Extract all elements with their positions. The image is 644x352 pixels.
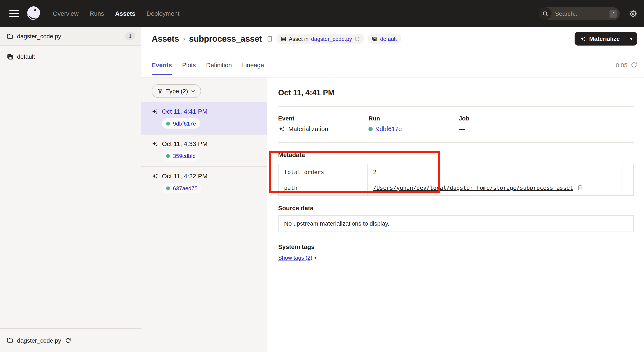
top-nav-links: Overview Runs Assets Deployment bbox=[53, 10, 179, 17]
main-content: Assets › subprocess_asset Asset in dagst… bbox=[142, 27, 644, 352]
job-label: Job bbox=[459, 115, 634, 122]
run-status-dot bbox=[368, 127, 373, 131]
metadata-actions-cell bbox=[621, 164, 634, 180]
event-date: Oct 11, 4:22 PM bbox=[162, 172, 208, 180]
system-tags-heading: System tags bbox=[278, 244, 634, 250]
nav-overview[interactable]: Overview bbox=[53, 10, 78, 17]
event-row[interactable]: Oct 11, 4:41 PM 9dbf617e bbox=[142, 102, 267, 134]
job-empty-value: — bbox=[459, 126, 465, 132]
code-location-chip[interactable]: Asset in dagster_code.py bbox=[276, 34, 364, 44]
nav-deployment[interactable]: Deployment bbox=[146, 10, 180, 17]
tab-events[interactable]: Events bbox=[152, 53, 172, 77]
run-label: Run bbox=[368, 115, 459, 122]
show-tags-toggle[interactable]: Show tags (2) ▾ bbox=[278, 255, 316, 261]
type-filter-button[interactable]: Type (2) bbox=[152, 84, 201, 98]
tab-lineage[interactable]: Lineage bbox=[242, 53, 264, 77]
sidebar-item-code-location[interactable]: dagster_code.py 1 bbox=[0, 27, 141, 45]
table-icon bbox=[281, 36, 286, 41]
metadata-actions-cell bbox=[621, 180, 634, 196]
asset-group-icon bbox=[372, 36, 378, 41]
sidebar: dagster_code.py 1 default dagster_code.p… bbox=[0, 27, 142, 352]
search-input[interactable]: Search... / bbox=[539, 7, 620, 20]
filter-bar: Type (2) bbox=[142, 77, 267, 102]
tab-bar: Events Plots Definition Lineage 0:05 bbox=[142, 50, 644, 77]
search-icon bbox=[539, 7, 552, 20]
copy-path-icon[interactable] bbox=[577, 185, 583, 190]
app: Overview Runs Assets Deployment Search..… bbox=[0, 0, 644, 352]
event-summary-grid: Event Materialization Run 9dbf617e bbox=[278, 115, 634, 132]
metadata-key: path bbox=[278, 180, 367, 196]
event-date: Oct 11, 4:41 PM bbox=[162, 108, 208, 115]
event-type-value: Materialization bbox=[288, 126, 328, 132]
settings-gear-icon[interactable] bbox=[629, 9, 637, 18]
code-location-link[interactable]: dagster_code.py bbox=[311, 35, 352, 42]
dagster-logo[interactable] bbox=[25, 5, 42, 22]
run-status-dot bbox=[166, 121, 170, 125]
funnel-icon bbox=[157, 88, 163, 94]
folder-icon bbox=[7, 33, 13, 39]
run-column: Run 9dbf617e bbox=[368, 115, 459, 132]
tab-definition[interactable]: Definition bbox=[206, 53, 232, 77]
event-date: Oct 11, 4:33 PM bbox=[162, 140, 208, 147]
materialize-label: Materialize bbox=[589, 35, 620, 42]
materialize-dropdown-caret[interactable]: ▾ bbox=[625, 36, 637, 41]
reload-definitions-icon[interactable] bbox=[354, 36, 360, 41]
asset-header: Assets › subprocess_asset Asset in dagst… bbox=[142, 27, 644, 50]
event-column: Event Materialization bbox=[278, 115, 368, 132]
copy-asset-name-icon[interactable] bbox=[266, 35, 273, 42]
job-column: Job — bbox=[459, 115, 634, 132]
breadcrumb-separator: › bbox=[182, 35, 186, 42]
source-data-empty-message: No upstream materializations to display. bbox=[278, 215, 634, 232]
nav-runs[interactable]: Runs bbox=[90, 10, 104, 17]
refresh-countdown: 0:05 bbox=[616, 61, 628, 68]
run-chip[interactable]: 9dbf617e bbox=[162, 118, 200, 129]
metadata-heading: Metadata bbox=[278, 152, 634, 158]
run-status-dot bbox=[166, 186, 170, 190]
sidebar-footer-code-location[interactable]: dagster_code.py bbox=[0, 328, 141, 352]
chevron-down-icon bbox=[191, 89, 196, 93]
materialize-button[interactable]: Materialize ▾ bbox=[575, 32, 637, 45]
chip-prefix: Asset in bbox=[289, 35, 308, 42]
group-link[interactable]: default bbox=[380, 35, 397, 42]
source-data-heading: Source data bbox=[278, 205, 634, 212]
breadcrumb-assets[interactable]: Assets bbox=[152, 34, 179, 44]
breadcrumb: Assets › subprocess_asset Asset in dagst… bbox=[152, 34, 401, 44]
code-location-label: dagster_code.py bbox=[17, 33, 61, 39]
run-id-link[interactable]: 9dbf617e bbox=[376, 126, 402, 132]
asset-group-icon bbox=[7, 53, 13, 60]
caret-down-icon: ▾ bbox=[314, 256, 316, 260]
event-detail-panel: Oct 11, 4:41 PM Event Materialization Ru… bbox=[267, 77, 644, 352]
menu-icon[interactable] bbox=[9, 10, 19, 17]
search-shortcut-key: / bbox=[610, 9, 617, 18]
footer-code-location-label: dagster_code.py bbox=[17, 337, 61, 344]
sparkle-icon bbox=[580, 35, 586, 42]
run-chip[interactable]: 637aed75 bbox=[162, 183, 202, 193]
refresh-icon[interactable] bbox=[631, 62, 637, 68]
materialization-icon bbox=[152, 173, 158, 179]
folder-icon bbox=[7, 337, 13, 344]
table-row: total_orders 2 bbox=[278, 164, 634, 180]
search-placeholder: Search... bbox=[555, 10, 610, 17]
type-filter-label: Type (2) bbox=[166, 88, 188, 94]
tab-plots[interactable]: Plots bbox=[182, 53, 196, 77]
materialization-icon bbox=[278, 126, 285, 132]
top-nav: Overview Runs Assets Deployment Search..… bbox=[0, 0, 644, 27]
divider bbox=[278, 142, 634, 143]
run-chip[interactable]: 359cdbfc bbox=[162, 151, 200, 161]
page-title: subprocess_asset bbox=[189, 34, 262, 44]
materialization-icon bbox=[152, 108, 158, 115]
event-row[interactable]: Oct 11, 4:33 PM 359cdbfc bbox=[142, 134, 267, 167]
run-id-link[interactable]: 637aed75 bbox=[173, 185, 198, 191]
reload-location-icon[interactable] bbox=[65, 337, 71, 343]
table-row: path /Users/yuhan/dev/local/dagster_home… bbox=[278, 180, 634, 196]
run-id-link[interactable]: 359cdbfc bbox=[173, 153, 196, 159]
group-label: default bbox=[17, 53, 35, 60]
sidebar-item-group-default[interactable]: default bbox=[0, 48, 141, 65]
divider bbox=[278, 106, 634, 107]
path-link[interactable]: /Users/yuhan/dev/local/dagster_home/stor… bbox=[373, 185, 573, 191]
event-row[interactable]: Oct 11, 4:22 PM 637aed75 bbox=[142, 167, 267, 199]
run-id-link[interactable]: 9dbf617e bbox=[173, 120, 196, 127]
group-chip[interactable]: default bbox=[368, 34, 401, 44]
metadata-value: 2 bbox=[367, 164, 621, 180]
nav-assets[interactable]: Assets bbox=[115, 10, 136, 17]
